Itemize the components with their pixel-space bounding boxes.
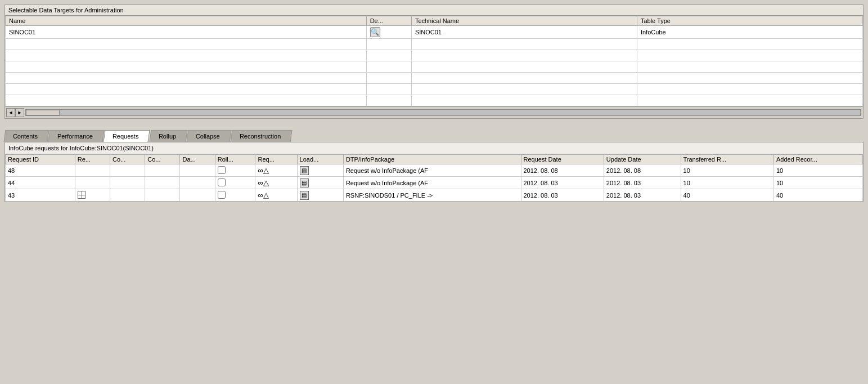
col-header-tabletype: Table Type bbox=[637, 16, 862, 26]
col-header-update-date: Update Date bbox=[604, 155, 681, 164]
cell-roll bbox=[215, 177, 255, 189]
cell-name: SINOC01 bbox=[6, 26, 367, 39]
cell-technical: SINOC01 bbox=[411, 26, 637, 39]
request-row-44[interactable]: 44 ∞△ ▤ Request bbox=[6, 177, 863, 189]
cell-co2 bbox=[145, 189, 180, 202]
bottom-section: InfoCube requests for InfoCube:SINOC01(S… bbox=[5, 142, 863, 202]
main-container: Selectable Data Targets for Administrati… bbox=[0, 0, 868, 207]
table-row[interactable] bbox=[6, 84, 863, 95]
cell-re bbox=[75, 177, 110, 189]
cell-name bbox=[6, 50, 367, 61]
scroll-right-button[interactable]: ► bbox=[15, 108, 24, 117]
cell-de bbox=[366, 95, 411, 106]
col-header-request-date: Request Date bbox=[521, 155, 604, 164]
cell-request-id: 48 bbox=[6, 164, 75, 177]
request-row-43[interactable]: 43 ∞△ ▤ bbox=[6, 189, 863, 202]
cell-name bbox=[6, 39, 367, 50]
cell-tabletype bbox=[637, 73, 862, 84]
cell-da bbox=[180, 189, 215, 202]
cell-name bbox=[6, 95, 367, 106]
cell-transferred: 10 bbox=[681, 164, 773, 177]
cell-request-id: 43 bbox=[6, 189, 75, 202]
selectable-targets-table: Name De... Technical Name Table Type SIN… bbox=[5, 16, 863, 106]
tab-rollup[interactable]: Rollup bbox=[149, 130, 187, 142]
infinity-delta-icon: ∞△ bbox=[258, 178, 268, 187]
tab-requests[interactable]: Requests bbox=[104, 130, 150, 142]
infocube-title: InfoCube requests for InfoCube:SINOC01(S… bbox=[5, 142, 863, 154]
cell-co1 bbox=[110, 189, 145, 202]
scroll-thumb bbox=[26, 110, 60, 115]
cell-roll bbox=[215, 164, 255, 177]
cell-request-date: 2012. 08. 03 bbox=[521, 177, 604, 189]
cell-co1 bbox=[110, 177, 145, 189]
cell-re bbox=[75, 164, 110, 177]
cell-transferred: 10 bbox=[681, 177, 773, 189]
requests-table: Request ID Re... Co... Co... Da... Roll.… bbox=[5, 154, 863, 202]
cell-req: ∞△ bbox=[255, 164, 297, 177]
table-row[interactable] bbox=[6, 39, 863, 50]
table-row[interactable] bbox=[6, 61, 863, 73]
cell-transferred: 40 bbox=[681, 189, 773, 202]
roll-checkbox[interactable] bbox=[218, 178, 226, 186]
grid-icon bbox=[78, 191, 86, 199]
cell-request-id: 44 bbox=[6, 177, 75, 189]
top-section: Selectable Data Targets for Administrati… bbox=[5, 5, 863, 119]
cell-tabletype bbox=[637, 84, 862, 95]
scroll-left-button[interactable]: ◄ bbox=[6, 108, 15, 117]
cell-tabletype: InfoCube bbox=[637, 26, 862, 39]
request-row-48[interactable]: 48 ∞△ ▤ Request bbox=[6, 164, 863, 177]
col-header-name: Name bbox=[6, 16, 367, 26]
cell-re bbox=[75, 189, 110, 202]
tab-reconstruction[interactable]: Reconstruction bbox=[230, 130, 292, 142]
cell-dtp: Request w/o InfoPackage (AF bbox=[343, 177, 521, 189]
tabs-section: Contents Performance Requests Rollup Col… bbox=[5, 128, 863, 202]
col-header-da: Da... bbox=[180, 155, 215, 164]
table-row[interactable] bbox=[6, 50, 863, 61]
cell-tabletype bbox=[637, 61, 862, 73]
magnifier-icon: 🔍 bbox=[370, 27, 380, 37]
cell-co2 bbox=[145, 177, 180, 189]
horizontal-scrollbar[interactable]: ◄ ► bbox=[5, 106, 863, 118]
cell-load: ▤ bbox=[297, 189, 343, 202]
roll-checkbox[interactable] bbox=[218, 191, 226, 199]
cell-technical bbox=[411, 95, 637, 106]
cell-req: ∞△ bbox=[255, 189, 297, 202]
scroll-track[interactable] bbox=[25, 109, 861, 116]
cell-req: ∞△ bbox=[255, 177, 297, 189]
col-header-co2: Co... bbox=[145, 155, 180, 164]
col-header-roll: Roll... bbox=[215, 155, 255, 164]
cell-da bbox=[180, 177, 215, 189]
roll-checkbox[interactable] bbox=[218, 166, 226, 174]
tabs-bar: Contents Performance Requests Rollup Col… bbox=[5, 128, 863, 142]
tab-contents[interactable]: Contents bbox=[4, 130, 50, 142]
cell-name bbox=[6, 73, 367, 84]
cell-de: 🔍 bbox=[366, 26, 411, 39]
table-row[interactable] bbox=[6, 73, 863, 84]
cell-name bbox=[6, 61, 367, 73]
cell-name bbox=[6, 84, 367, 95]
cell-added: 40 bbox=[773, 189, 862, 202]
cell-dtp: Request w/o InfoPackage (AF bbox=[343, 164, 521, 177]
table-row[interactable]: SINOC01 🔍 SINOC01 InfoCube bbox=[6, 26, 863, 39]
section-title: Selectable Data Targets for Administrati… bbox=[5, 5, 863, 16]
cell-added: 10 bbox=[773, 177, 862, 189]
col-header-transferred: Transferred R... bbox=[681, 155, 773, 164]
tab-collapse[interactable]: Collapse bbox=[186, 130, 231, 142]
cell-roll bbox=[215, 189, 255, 202]
cell-da bbox=[180, 164, 215, 177]
table-row[interactable] bbox=[6, 95, 863, 106]
cell-load: ▤ bbox=[297, 164, 343, 177]
cell-dtp: RSNF:SINODS01 / PC_FILE -> bbox=[343, 189, 521, 202]
col-header-co1: Co... bbox=[110, 155, 145, 164]
cell-added: 10 bbox=[773, 164, 862, 177]
cell-technical bbox=[411, 73, 637, 84]
cell-request-date: 2012. 08. 03 bbox=[521, 189, 604, 202]
col-header-req: Req... bbox=[255, 155, 297, 164]
tab-performance[interactable]: Performance bbox=[48, 130, 105, 142]
cell-technical bbox=[411, 61, 637, 73]
infinity-delta-icon: ∞△ bbox=[258, 166, 268, 175]
cell-de bbox=[366, 84, 411, 95]
cell-tabletype bbox=[637, 95, 862, 106]
cell-request-date: 2012. 08. 08 bbox=[521, 164, 604, 177]
cell-tabletype bbox=[637, 50, 862, 61]
